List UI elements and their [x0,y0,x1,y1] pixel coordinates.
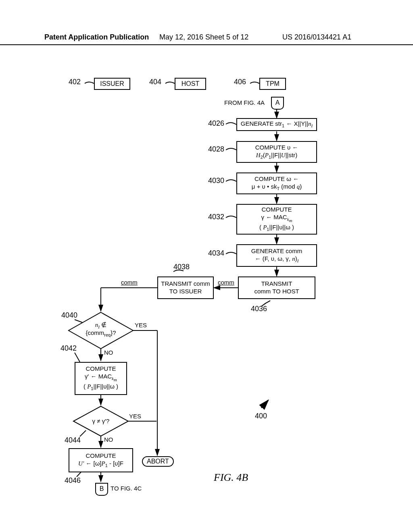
ref-406: 406 [234,78,246,86]
s4038-line2: TO ISSUER [169,288,202,295]
step-4032: COMPUTE γ ← MACkm ( P1||F||υ||ω ) [236,204,317,235]
ref-4026: 4026 [208,119,224,128]
s4042-line1: COMPUTE [86,365,116,373]
yes-4040: YES [135,322,147,328]
ref-404: 404 [149,78,161,86]
ref-4030: 4030 [208,177,224,185]
step-4036: TRANSMIT comm TO HOST [238,276,315,299]
ref-4038: 4038 [173,263,190,271]
decision-4044-text: γ ≠ γ'? [77,418,125,424]
ref-4032: 4032 [208,213,224,221]
publication-type: Patent Application Publication [44,33,149,42]
connector-a: A [271,97,284,110]
abort-pill: ABORT [142,456,174,467]
s4032-line1: COMPUTE [262,206,292,214]
publication-number: US 2016/0134421 A1 [282,33,351,42]
ref-4028: 4028 [208,145,224,154]
s4038-line1: TRANSMIT comm [161,280,210,288]
ref-4040: 4040 [61,311,77,320]
s4036-line1: TRANSMIT [261,280,292,288]
no-4040: NO [104,349,113,356]
step-4038: TRANSMIT comm TO ISSUER [157,276,214,299]
step-4030: COMPUTE ω ← μ + υ • skT (mod q) [236,172,317,194]
svg-line-14 [75,353,80,362]
diagram-svg [0,0,413,532]
host-box: HOST [175,78,206,90]
figure-caption: FIG. 4B [214,472,248,484]
svg-line-22 [261,400,268,408]
step-4034: GENERATE comm ← (F, υ, ω, γ, n)I [236,244,317,267]
comm-label-left: comm [121,279,138,286]
ref-402: 402 [69,78,81,86]
ref-400: 400 [255,412,267,420]
connector-b: B [95,483,108,496]
yes-4044: YES [129,413,141,420]
decision-4040-text: nI ∉ {commreq}? [77,321,125,337]
from-fig-4a-label: FROM FIG. 4A [224,99,265,106]
tpm-box: TPM [259,78,286,90]
s4034-line1: GENERATE comm [251,247,302,255]
step-4042: COMPUTE γ' ← MACkm ( P1||F||υ||ω ) [75,362,127,395]
page-header: Patent Application Publication May 12, 2… [0,32,413,45]
to-fig-4c-label: TO FIG. 4C [111,485,142,492]
ref-4034: 4034 [208,249,224,258]
s4028-line1: COMPUTE υ ← [255,144,298,152]
issuer-box: ISSUER [94,78,130,90]
step-4046: COMPUTE U' ← [ω]P1 - [υ]F [69,448,133,472]
step-4028: COMPUTE υ ← H2(P1||F||U||str) [236,141,317,163]
s4030-line1: COMPUTE ω ← [254,175,299,183]
comm-label-right: comm [218,279,234,286]
step-4026: GENERATE str1 ← X||Y||nI [236,118,317,131]
svg-line-19 [80,430,86,436]
ref-4044: 4044 [65,436,81,445]
ref-4042: 4042 [60,344,77,353]
ref-4046: 4046 [65,476,81,485]
ref-4036: 4036 [251,305,267,313]
date-sheet: May 12, 2016 Sheet 5 of 12 [159,33,248,42]
s4036-line2: comm TO HOST [254,288,299,295]
s4046-line1: COMPUTE [86,452,116,460]
no-4044: NO [104,436,113,443]
